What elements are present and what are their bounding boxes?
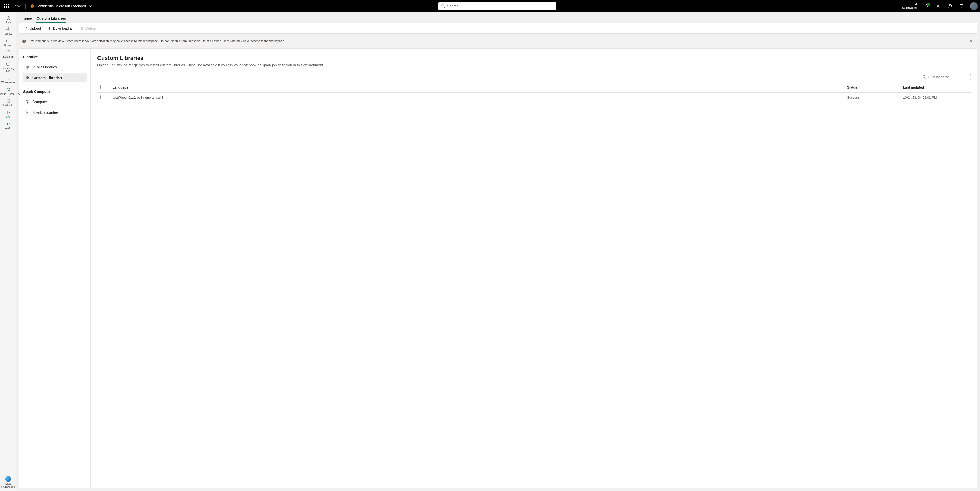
rail-browse-label: Browse	[4, 44, 13, 47]
rail-persona-switcher[interactable]: Data Engineering	[0, 475, 16, 491]
waffle-icon	[4, 4, 9, 8]
rail-home-label: Home	[5, 21, 12, 24]
delete-button: Delete	[79, 25, 97, 31]
env-icon	[6, 121, 11, 127]
data-engineering-icon	[5, 476, 11, 482]
rail-env-label: env	[6, 116, 10, 118]
download-icon	[48, 27, 51, 30]
row-checkbox[interactable]	[100, 95, 104, 99]
download-all-label: Download all	[53, 26, 73, 30]
svg-rect-11	[24, 41, 24, 42]
banner-close-button[interactable]	[968, 38, 974, 44]
col-language[interactable]: Language ↑	[113, 86, 847, 89]
notification-badge: 6	[927, 3, 931, 6]
trash-icon	[80, 27, 84, 30]
sensitivity-dropdown[interactable]: Confidential\Microsoft Extended	[30, 4, 92, 8]
side-public-libraries[interactable]: Public Libraries	[23, 62, 87, 72]
gear-icon	[25, 100, 30, 104]
rail-bottom-l1: Data	[5, 482, 11, 485]
side-sparkcompute-title: Spark Compute	[23, 89, 86, 94]
toolbar: Upload Download all Delete	[19, 23, 977, 34]
svg-point-8	[6, 88, 10, 91]
rail-monitoring[interactable]: Monitoring hub	[0, 60, 16, 73]
preview-banner: Environment is in Preview. Other users i…	[19, 36, 977, 46]
app-launcher-button[interactable]	[2, 2, 11, 11]
global-search-input[interactable]	[447, 4, 553, 8]
workspaces-icon	[6, 76, 11, 81]
tab-custom-libraries[interactable]: Custom Libraries	[37, 16, 66, 23]
svg-point-15	[923, 76, 925, 78]
sort-asc-icon: ↑	[130, 86, 132, 89]
workspace: Home Custom Libraries Upload Download al…	[16, 12, 980, 491]
filter-input[interactable]	[928, 75, 971, 79]
svg-rect-14	[26, 111, 29, 114]
rail-env[interactable]: env	[0, 108, 16, 119]
library-icon	[25, 76, 30, 80]
global-header: env Confidential\Microsoft Extended Tria…	[0, 0, 980, 12]
side-custom-libraries[interactable]: Custom Libraries	[23, 73, 87, 83]
rail-create[interactable]: Create	[0, 25, 16, 36]
rail-workspaces[interactable]: Workspaces	[0, 74, 16, 85]
search-icon	[922, 75, 926, 79]
global-search[interactable]	[438, 2, 556, 10]
close-icon	[969, 40, 973, 43]
rail-home[interactable]: Home	[0, 14, 16, 25]
table-row[interactable]: testWheel-0.1.1-py3-none-any.whl Success…	[97, 92, 970, 103]
user-avatar[interactable]	[970, 2, 978, 10]
notifications-button[interactable]: 6	[922, 2, 931, 11]
svg-point-1	[937, 5, 939, 6]
workspace-icon	[6, 87, 11, 92]
filter-by-name[interactable]	[920, 73, 970, 81]
rail-datahub-label: Data hub	[3, 56, 14, 58]
side-compute[interactable]: Compute	[23, 97, 87, 106]
feedback-button[interactable]	[957, 2, 966, 11]
settings-button[interactable]	[934, 2, 943, 11]
rail-bottom-l2: Engineering	[1, 486, 15, 488]
left-rail: Home Create Browse Data hub Monitoring h…	[0, 12, 16, 491]
rail-notebook1-label: Notebook 1	[2, 104, 15, 107]
chevron-down-icon	[89, 5, 92, 8]
svg-point-5	[6, 51, 10, 52]
rail-env11[interactable]: env11	[0, 120, 16, 131]
col-status[interactable]: Status	[847, 86, 903, 89]
upload-button[interactable]: Upload	[23, 25, 42, 31]
side-spark-properties[interactable]: Spark properties	[23, 108, 87, 117]
database-icon	[6, 50, 11, 55]
col-last-updated[interactable]: Last updated	[903, 86, 969, 89]
trial-line1: Trial:	[902, 3, 918, 6]
settings-sidebar: Libraries Public Libraries Custom Librar…	[19, 49, 91, 488]
env-icon	[6, 110, 11, 115]
rail-workspace-item[interactable]: Shuaijun_Demo_Env	[0, 86, 16, 97]
content-panel: Libraries Public Libraries Custom Librar…	[19, 48, 977, 488]
rail-env11-label: env11	[5, 127, 12, 130]
rail-ws-label: Shuaijun_Demo_Env	[0, 92, 20, 95]
header-env-name: env	[15, 4, 21, 8]
download-all-button[interactable]: Download all	[46, 25, 74, 31]
library-icon	[25, 65, 30, 69]
page-title: Custom Libraries	[97, 55, 970, 62]
libraries-table: Language ↑ Status Last updated testWheel…	[97, 83, 970, 103]
notebook-icon	[6, 99, 11, 103]
select-all-checkbox[interactable]	[100, 85, 104, 89]
page-tabs: Home Custom Libraries	[19, 14, 977, 23]
trial-line2: 57 days left	[902, 6, 918, 10]
rail-browse[interactable]: Browse	[0, 37, 16, 48]
col-language-label: Language	[113, 86, 128, 89]
trial-status: Trial: 57 days left	[902, 3, 918, 10]
row-updated: 10/24/23, 04:22:02 PM	[903, 95, 969, 100]
row-name: testWheel-0.1.1-py3-none-any.whl	[113, 95, 847, 100]
rail-workspaces-label: Workspaces	[1, 81, 15, 84]
delete-label: Delete	[86, 26, 96, 30]
side-sparkprops-label: Spark properties	[32, 110, 59, 114]
rail-notebook1[interactable]: Notebook 1	[0, 97, 16, 108]
tab-home[interactable]: Home	[22, 17, 32, 23]
side-custom-lib-label: Custom Libraries	[32, 76, 62, 80]
panel-main: Custom Libraries Upload .jar, .whl or .t…	[91, 49, 977, 488]
sensitivity-label-text: Confidential\Microsoft Extended	[36, 4, 86, 8]
shield-icon	[30, 4, 34, 8]
rail-datahub[interactable]: Data hub	[0, 48, 16, 59]
table-header: Language ↑ Status Last updated	[97, 83, 970, 92]
help-button[interactable]	[945, 2, 955, 11]
side-libraries-title: Libraries	[23, 55, 86, 59]
upload-label: Upload	[30, 26, 41, 30]
